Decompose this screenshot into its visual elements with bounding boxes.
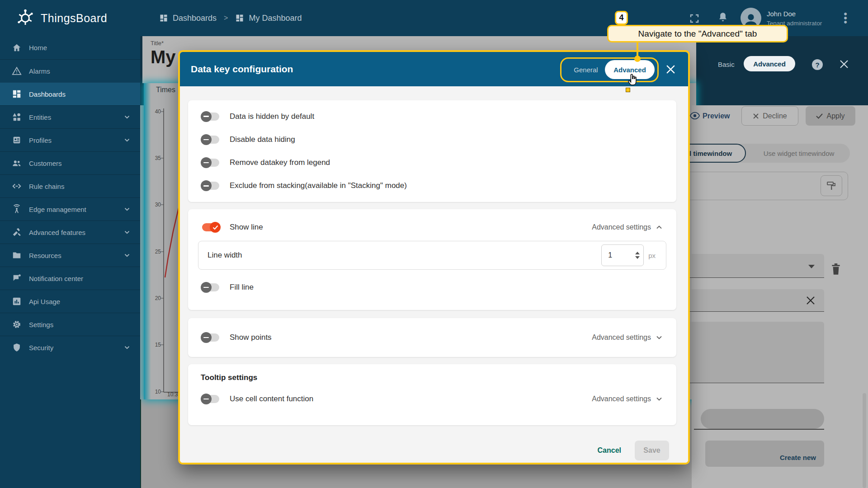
chevron-down-icon bbox=[123, 343, 131, 352]
thingsboard-app: Title* My Times 10:3 40 35 30 25 20 15 1… bbox=[0, 0, 868, 488]
fullscreen-icon[interactable] bbox=[689, 13, 700, 24]
thingsboard-logo-icon bbox=[15, 8, 35, 28]
folder-icon bbox=[12, 250, 22, 260]
dashboards-icon bbox=[159, 14, 168, 23]
show-line-toggle[interactable] bbox=[201, 222, 221, 233]
number-stepper[interactable] bbox=[635, 252, 640, 259]
gear-icon bbox=[12, 319, 22, 329]
entities-icon bbox=[12, 112, 22, 122]
toggle-row-exclude-stacking: Exclude from stacking(available in "Stac… bbox=[188, 180, 676, 191]
line-width-unit: px bbox=[648, 252, 656, 259]
sidebar-item-home[interactable]: Home bbox=[0, 36, 140, 59]
use-cell-content-row: Use cell content function Advanced setti… bbox=[188, 382, 676, 416]
toggle-row-remove-from-legend: Remove datakey from legend bbox=[188, 157, 676, 168]
tutorial-tab-highlight bbox=[560, 57, 659, 82]
check-icon bbox=[212, 225, 218, 230]
profiles-icon bbox=[12, 135, 22, 145]
sidebar-item-dashboards[interactable]: Dashboards bbox=[0, 82, 140, 105]
dialog-footer: Cancel Save bbox=[188, 441, 676, 460]
remove-datakey-legend-toggle[interactable] bbox=[201, 157, 221, 168]
fill-line-row: Fill line bbox=[188, 274, 676, 300]
tools-icon bbox=[12, 227, 22, 237]
data-key-configuration-dialog: Data key configuration General Advanced … bbox=[178, 50, 690, 465]
sidebar-item-customers[interactable]: Customers bbox=[0, 151, 140, 174]
mode-advanced-pill[interactable]: Advanced bbox=[744, 56, 795, 71]
show-points-advanced-settings[interactable]: Advanced settings bbox=[592, 333, 664, 342]
tooltip-advanced-settings[interactable]: Advanced settings bbox=[592, 394, 664, 404]
dialog-close-icon[interactable] bbox=[665, 64, 676, 75]
disable-data-hiding-toggle[interactable] bbox=[201, 134, 221, 145]
bar-chart-icon bbox=[12, 296, 22, 306]
sidebar-item-alarms[interactable]: Alarms bbox=[0, 59, 140, 82]
breadcrumb-my-dashboard[interactable]: My Dashboard bbox=[249, 14, 302, 23]
exclude-stacking-toggle[interactable] bbox=[201, 180, 221, 191]
breadcrumb-separator: > bbox=[224, 14, 228, 22]
dashboard-icon bbox=[235, 14, 244, 23]
app-name: ThingsBoard bbox=[41, 12, 107, 25]
shield-icon bbox=[12, 343, 22, 352]
dialog-title: Data key configuration bbox=[191, 52, 293, 86]
sidebar-item-advanced-features[interactable]: Advanced features bbox=[0, 221, 140, 244]
tooltip-settings-card: Tooltip settings Use cell content functi… bbox=[188, 364, 676, 425]
rule-chains-icon bbox=[12, 181, 22, 191]
sidebar: Home Alarms Dashboards Entities Profiles… bbox=[0, 36, 140, 488]
warning-icon bbox=[12, 66, 22, 76]
chevron-down-icon bbox=[123, 205, 131, 213]
chevron-down-icon bbox=[123, 136, 131, 144]
show-points-row: Show points Advanced settings bbox=[188, 332, 676, 343]
chevron-down-icon bbox=[655, 394, 664, 404]
cancel-button[interactable]: Cancel bbox=[598, 446, 621, 455]
customers-icon bbox=[12, 158, 22, 168]
chevron-down-icon bbox=[123, 251, 131, 259]
toggle-row-disable-hiding: Disable data hiding bbox=[188, 134, 676, 145]
line-width-label: Line width bbox=[208, 251, 242, 260]
notifications-bell-icon[interactable] bbox=[717, 12, 729, 24]
chevron-up-icon bbox=[655, 223, 664, 232]
tutorial-callout: Navigate to the "Advanced" tab bbox=[607, 25, 788, 42]
show-points-card: Show points Advanced settings bbox=[188, 318, 676, 357]
toggle-row-hidden-by-default: Data is hidden by default bbox=[188, 111, 676, 122]
logo[interactable]: ThingsBoard bbox=[15, 8, 107, 28]
chevron-down-icon bbox=[123, 113, 131, 121]
sidebar-item-security[interactable]: Security bbox=[0, 336, 140, 359]
sidebar-item-notification-center[interactable]: Notification center bbox=[0, 267, 140, 290]
breadcrumb-dashboards[interactable]: Dashboards bbox=[173, 14, 217, 23]
show-line-card: Show line Advanced settings Line width 1… bbox=[188, 209, 676, 310]
sidebar-item-edge-management[interactable]: Edge management bbox=[0, 197, 140, 221]
use-cell-content-toggle[interactable] bbox=[201, 394, 221, 404]
sidebar-item-rule-chains[interactable]: Rule chains bbox=[0, 174, 140, 197]
panel-close-icon[interactable] bbox=[839, 59, 849, 69]
sidebar-item-api-usage[interactable]: Api Usage bbox=[0, 290, 140, 313]
dialog-header: Data key configuration General Advanced bbox=[180, 52, 688, 86]
user-name: John Doe bbox=[767, 10, 796, 18]
visibility-settings-card: Data is hidden by default Disable data h… bbox=[188, 100, 676, 202]
sidebar-item-settings[interactable]: Settings bbox=[0, 313, 140, 336]
help-button[interactable]: ? bbox=[812, 59, 823, 70]
dashboards-icon bbox=[12, 89, 22, 99]
fill-line-toggle[interactable] bbox=[201, 282, 221, 293]
save-button[interactable]: Save bbox=[635, 441, 669, 460]
tutorial-connector-dot bbox=[634, 56, 641, 62]
data-hidden-toggle[interactable] bbox=[201, 111, 221, 122]
home-icon bbox=[12, 43, 22, 53]
chevron-down-icon bbox=[655, 333, 664, 342]
sidebar-item-profiles[interactable]: Profiles bbox=[0, 128, 140, 151]
show-points-toggle[interactable] bbox=[201, 332, 221, 343]
tooltip-settings-header: Tooltip settings bbox=[188, 373, 676, 382]
notification-icon bbox=[12, 273, 22, 283]
line-width-field: Line width 1 px bbox=[198, 241, 666, 270]
hand-cursor-icon bbox=[626, 73, 639, 89]
show-line-advanced-settings[interactable]: Advanced settings bbox=[592, 223, 664, 232]
chevron-down-icon bbox=[123, 228, 131, 236]
tutorial-step-badge: 4 bbox=[615, 11, 628, 25]
line-width-input[interactable]: 1 bbox=[601, 244, 644, 266]
sidebar-item-resources[interactable]: Resources bbox=[0, 244, 140, 267]
sidebar-item-entities[interactable]: Entities bbox=[0, 105, 140, 128]
dialog-body: Data is hidden by default Disable data h… bbox=[180, 86, 688, 465]
show-line-row: Show line Advanced settings bbox=[188, 216, 676, 239]
breadcrumb: Dashboards > My Dashboard bbox=[159, 0, 302, 36]
mode-basic-label[interactable]: Basic bbox=[718, 61, 735, 68]
kebab-menu-icon[interactable]: ••• bbox=[843, 12, 848, 24]
antenna-icon bbox=[12, 204, 22, 214]
